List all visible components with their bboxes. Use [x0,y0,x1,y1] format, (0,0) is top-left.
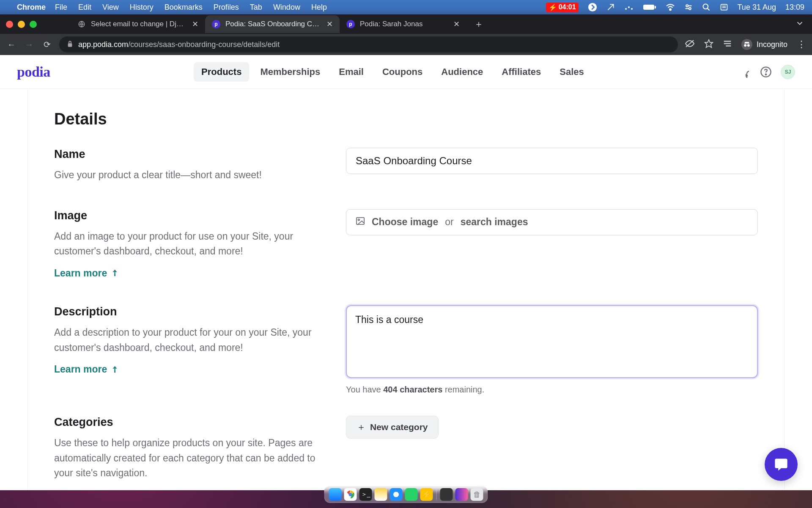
dock-messages-icon[interactable] [405,488,418,501]
tab-close-button[interactable]: ✕ [192,19,198,29]
svg-rect-4 [643,5,654,10]
chrome-menu-button[interactable]: ⋮ [797,39,806,50]
menu-history[interactable]: History [130,3,154,12]
description-desc: Add a description to your product for yo… [54,325,329,355]
svg-point-1 [625,8,627,10]
dock-finder-icon[interactable] [329,488,342,501]
messages-icon[interactable] [735,64,751,80]
nav-coupons[interactable]: Coupons [375,62,430,82]
reading-list-icon[interactable] [723,39,732,50]
incognito-indicator[interactable]: Incognito [741,39,787,50]
image-learn-more-link[interactable]: Learn more ➚ [54,268,329,279]
url-text: app.podia.com/courses/saas-onboarding-co… [78,40,280,49]
dots-icon[interactable] [624,4,634,11]
battery-icon[interactable] [643,4,656,11]
svg-rect-5 [655,6,656,8]
description-textarea[interactable] [346,305,758,378]
podia-logo[interactable]: podia [17,64,50,80]
image-picker-button[interactable]: Choose image or search images [346,209,758,235]
char-count: You have 404 characters remaining. [346,385,758,395]
window-fullscreen-button[interactable] [30,21,37,28]
menu-bookmarks[interactable]: Bookmarks [165,3,203,12]
dock-trash-icon[interactable]: 🗑 [471,488,483,501]
nav-sales[interactable]: Sales [552,62,592,82]
menubar-time[interactable]: 13:09 [785,3,804,12]
description-learn-more-link[interactable]: Learn more ➚ [54,364,329,375]
menu-profiles[interactable]: Profiles [214,3,239,12]
wifi-icon[interactable] [666,3,675,11]
nav-memberships[interactable]: Memberships [252,62,328,82]
svg-rect-14 [68,43,72,47]
nav-audience[interactable]: Audience [433,62,491,82]
battery-warning-icon[interactable]: ⚡04:01 [546,3,579,12]
name-label: Name [54,148,329,161]
status-icon[interactable] [588,3,597,12]
window-close-button[interactable] [6,21,13,28]
menu-window[interactable]: Window [273,3,300,12]
menu-file[interactable]: File [55,3,67,12]
help-icon[interactable] [758,64,774,80]
app-menu[interactable]: Chrome [17,3,46,12]
categories-label: Categories [54,416,329,429]
window-minimize-button[interactable] [18,21,25,28]
nav-affiliates[interactable]: Affiliates [494,62,549,82]
chrome-window: Select email to change | Django ✕ p Podi… [0,14,812,490]
forward-button[interactable]: → [24,40,35,50]
reload-button[interactable]: ⟳ [41,39,52,50]
bookmark-star-icon[interactable] [704,39,713,50]
podia-nav: Products Memberships Email Coupons Audie… [194,62,592,82]
tab-close-button[interactable]: ✕ [453,19,460,29]
svg-marker-16 [705,40,713,47]
tab-django[interactable]: Select email to change | Django ✕ [71,15,205,33]
svg-point-23 [765,74,766,75]
image-desc: Add an image to your product for use on … [54,229,329,259]
back-button[interactable]: ← [6,40,17,50]
image-section: Image Add an image to your product for u… [54,209,758,279]
tabstrip-overflow-icon[interactable] [795,19,804,30]
svg-point-0 [588,3,596,11]
dock-folder-icon[interactable] [455,488,468,501]
notification-center-icon[interactable] [720,3,728,11]
tab-podia-sarah[interactable]: p Podia: Sarah Jonas ✕ [340,15,466,33]
lock-icon [67,40,73,49]
dock-terminal-icon[interactable]: ＞_ [359,488,372,501]
menubar-date[interactable]: Tue 31 Aug [738,3,776,12]
page-title: Details [54,110,758,128]
nav-email[interactable]: Email [331,62,371,82]
external-link-icon: ➚ [109,267,121,279]
tab-title: Podia: SaaS Onboarding Course [225,20,321,28]
svg-point-25 [358,219,360,221]
svg-point-9 [703,4,708,9]
tool-icon[interactable] [606,3,615,11]
nav-products[interactable]: Products [194,62,249,82]
new-tab-button[interactable]: ＋ [472,18,485,30]
dock-app-icon[interactable]: ⚡ [420,488,433,501]
dock-safari-icon[interactable] [390,488,403,501]
details-card: Details Name Give your product a clear t… [27,89,785,490]
dock-chrome-icon[interactable] [344,488,357,501]
avatar[interactable]: SJ [781,65,795,79]
eye-off-icon[interactable] [685,39,695,50]
page-viewport: podia Products Memberships Email Coupons… [0,55,812,490]
product-name-input[interactable] [346,148,758,174]
tab-podia-course[interactable]: p Podia: SaaS Onboarding Course ✕ [205,15,340,33]
podia-favicon-icon: p [346,20,355,28]
svg-point-20 [744,44,746,47]
new-category-button[interactable]: ＋ New category [346,416,439,439]
header-actions: SJ [735,64,795,80]
tab-close-button[interactable]: ✕ [326,19,333,29]
menu-edit[interactable]: Edit [78,3,91,12]
control-center-icon[interactable] [684,3,693,11]
svg-point-2 [628,6,630,8]
podia-header: podia Products Memberships Email Coupons… [0,55,812,89]
intercom-launcher[interactable] [765,448,798,481]
menu-view[interactable]: View [102,3,119,12]
categories-section: Categories Use these to help organize pr… [54,416,758,481]
mac-menubar: Chrome File Edit View History Bookmarks … [0,0,812,14]
menu-help[interactable]: Help [311,3,327,12]
dock-notes-icon[interactable] [375,488,387,501]
spotlight-icon[interactable] [702,3,710,11]
menu-tab[interactable]: Tab [250,3,262,12]
dock-folder-icon[interactable] [440,488,453,501]
address-bar[interactable]: app.podia.com/courses/saas-onboarding-co… [59,36,678,52]
